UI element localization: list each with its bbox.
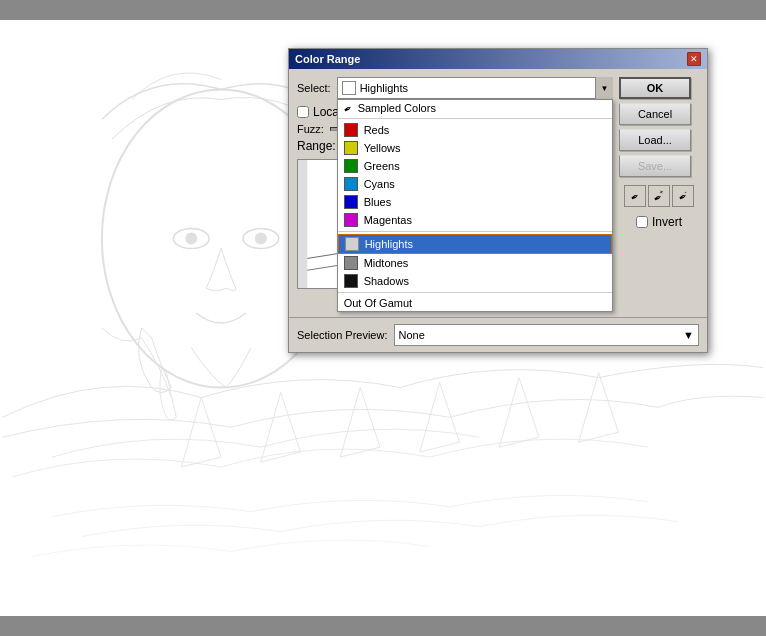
svg-point-5 [255, 233, 267, 245]
selection-preview-label: Selection Preview: [297, 329, 388, 341]
preview-select-arrow: ▼ [683, 329, 694, 341]
dropdown-label-outofgamut: Out Of Gamut [344, 297, 412, 309]
eyedropper-add-icon: ✒+ [651, 188, 668, 205]
invert-checkbox[interactable] [636, 216, 648, 228]
close-button[interactable]: ✕ [687, 52, 701, 66]
ok-button[interactable]: OK [619, 77, 691, 99]
preview-select[interactable]: None ▼ [394, 324, 700, 346]
dropdown-label-midtones: Midtones [364, 257, 409, 269]
select-row: Select: Highlights ▼ ✒ Sampled Colors [297, 77, 613, 99]
preview-select-value: None [399, 329, 425, 341]
swatch-shadows [344, 274, 358, 288]
dropdown-item-reds[interactable]: Reds [338, 121, 612, 139]
selection-preview-row: Selection Preview: None ▼ [289, 317, 707, 352]
eyedropper-remove-button[interactable]: ✒- [672, 185, 694, 207]
dropdown-divider-3 [338, 292, 612, 293]
dialog-title: Color Range [295, 53, 360, 65]
swatch-yellows [344, 141, 358, 155]
dropdown-label-shadows: Shadows [364, 275, 409, 287]
swatch-midtones [344, 256, 358, 270]
dropdown-divider-2 [338, 231, 612, 232]
swatch-cyans [344, 177, 358, 191]
swatch-greens [344, 159, 358, 173]
dropdown-item-yellows[interactable]: Yellows [338, 139, 612, 157]
localize-checkbox[interactable] [297, 106, 309, 118]
eyedropper-icon-1: ✒ [629, 189, 641, 203]
select-box-icon [342, 81, 356, 95]
dropdown-item-magentas[interactable]: Magentas [338, 211, 612, 229]
dropdown-item-highlights[interactable]: Highlights [338, 234, 612, 254]
dropdown-label-yellows: Yellows [364, 142, 401, 154]
select-value: Highlights [360, 82, 408, 94]
dropdown-item-sampled[interactable]: ✒ Sampled Colors [338, 100, 612, 116]
select-arrow[interactable]: ▼ [595, 77, 613, 99]
svg-point-3 [185, 233, 197, 245]
dialog-titlebar: Color Range ✕ [289, 49, 707, 69]
invert-row: Invert [619, 215, 699, 229]
save-button[interactable]: Save... [619, 155, 691, 177]
tools-row: ✒ ✒+ ✒- [619, 185, 699, 207]
eyedropper-remove-icon: ✒- [675, 188, 690, 204]
dialog-body: Select: Highlights ▼ ✒ Sampled Colors [289, 69, 707, 317]
dropdown-item-blues[interactable]: Blues [338, 193, 612, 211]
dropdown-label-highlights: Highlights [365, 238, 413, 250]
dropdown-item-label-sampled: Sampled Colors [358, 102, 436, 114]
dropdown-label-reds: Reds [364, 124, 390, 136]
dropdown-item-greens[interactable]: Greens [338, 157, 612, 175]
swatch-highlights [345, 237, 359, 251]
dropdown-divider-1 [338, 118, 612, 119]
fuzz-label: Fuzz: [297, 123, 324, 135]
eyedropper-add-button[interactable]: ✒+ [648, 185, 670, 207]
dropdown-item-shadows[interactable]: Shadows [338, 272, 612, 290]
dropdown-label-greens: Greens [364, 160, 400, 172]
dropdown-item-outofgamut[interactable]: Out Of Gamut [338, 295, 612, 311]
dropdown-label-cyans: Cyans [364, 178, 395, 190]
dropdown-item-cyans[interactable]: Cyans [338, 175, 612, 193]
swatch-blues [344, 195, 358, 209]
color-range-dialog: Color Range ✕ Select: Highlights ▼ [288, 48, 708, 353]
eyedropper-button[interactable]: ✒ [624, 185, 646, 207]
select-display[interactable]: Highlights [337, 77, 613, 99]
eyedropper-icon: ✒ [341, 101, 353, 115]
select-wrapper: Highlights ▼ ✒ Sampled Colors Reds [337, 77, 613, 99]
swatch-reds [344, 123, 358, 137]
dropdown-item-midtones[interactable]: Midtones [338, 254, 612, 272]
load-button[interactable]: Load... [619, 129, 691, 151]
invert-label: Invert [652, 215, 682, 229]
dialog-left: Select: Highlights ▼ ✒ Sampled Colors [297, 77, 613, 309]
dropdown-label-blues: Blues [364, 196, 392, 208]
select-label: Select: [297, 82, 331, 94]
dialog-right: OK Cancel Load... Save... ✒ ✒+ ✒- Invert [619, 77, 699, 309]
cancel-button[interactable]: Cancel [619, 103, 691, 125]
dropdown-label-magentas: Magentas [364, 214, 412, 226]
dropdown-menu: ✒ Sampled Colors Reds Yellows [337, 99, 613, 312]
swatch-magentas [344, 213, 358, 227]
range-label: Range: [297, 139, 336, 153]
